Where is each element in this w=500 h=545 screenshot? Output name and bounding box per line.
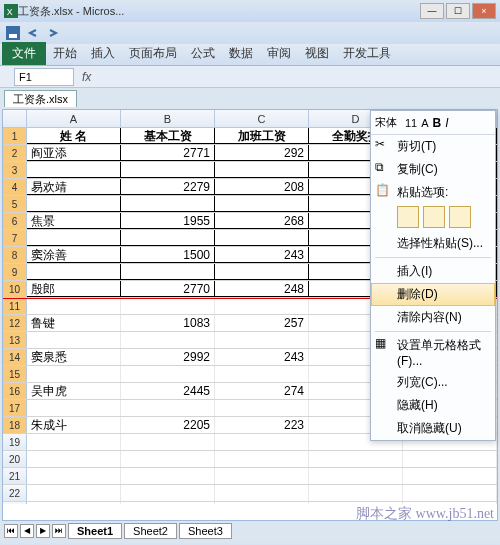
cell[interactable]: [215, 502, 309, 504]
maximize-button[interactable]: ☐: [446, 3, 470, 19]
cell[interactable]: [27, 230, 121, 246]
cell[interactable]: [215, 400, 309, 416]
cell[interactable]: [121, 264, 215, 280]
cell[interactable]: [215, 162, 309, 178]
close-button[interactable]: ×: [472, 3, 496, 19]
tab-home[interactable]: 开始: [46, 42, 84, 65]
menu-delete[interactable]: 删除(D): [371, 283, 495, 306]
cell[interactable]: 阎亚添: [27, 145, 121, 161]
cell[interactable]: [27, 468, 121, 484]
menu-cut[interactable]: ✂剪切(T): [371, 135, 495, 158]
menu-clear[interactable]: 清除内容(N): [371, 306, 495, 329]
cell[interactable]: 加班工资: [215, 128, 309, 144]
cell[interactable]: 223: [215, 417, 309, 433]
cell[interactable]: [27, 366, 121, 382]
row-header[interactable]: 22: [3, 485, 27, 501]
row-header[interactable]: 1: [3, 128, 27, 144]
undo-icon[interactable]: [26, 26, 40, 40]
menu-unhide[interactable]: 取消隐藏(U): [371, 417, 495, 440]
cell[interactable]: [215, 264, 309, 280]
row-header[interactable]: 6: [3, 213, 27, 229]
cell[interactable]: 基本工资: [121, 128, 215, 144]
row-header[interactable]: 3: [3, 162, 27, 178]
bold-icon[interactable]: B: [433, 116, 442, 130]
cell[interactable]: 268: [215, 213, 309, 229]
sheet-nav-next[interactable]: ▶: [36, 524, 50, 538]
cell[interactable]: 243: [215, 349, 309, 365]
cell[interactable]: 1955: [121, 213, 215, 229]
cell[interactable]: 248: [215, 281, 309, 297]
menu-copy[interactable]: ⧉复制(C): [371, 158, 495, 181]
cell[interactable]: [121, 400, 215, 416]
cell[interactable]: [121, 196, 215, 212]
font-name[interactable]: 宋体: [375, 115, 397, 130]
cell[interactable]: 274: [215, 383, 309, 399]
save-icon[interactable]: [6, 26, 20, 40]
cell[interactable]: 2279: [121, 179, 215, 195]
cell[interactable]: 吴申虎: [27, 383, 121, 399]
cell[interactable]: [403, 502, 497, 504]
cell[interactable]: [27, 264, 121, 280]
cell[interactable]: [309, 485, 403, 501]
cell[interactable]: [121, 298, 215, 314]
cell[interactable]: [403, 451, 497, 467]
fx-icon[interactable]: fx: [82, 70, 91, 84]
row-header[interactable]: 13: [3, 332, 27, 348]
cell[interactable]: 窦涂善: [27, 247, 121, 263]
cell[interactable]: [27, 502, 121, 504]
cell[interactable]: 208: [215, 179, 309, 195]
row-header[interactable]: 15: [3, 366, 27, 382]
cell[interactable]: 窦泉悉: [27, 349, 121, 365]
tab-insert[interactable]: 插入: [84, 42, 122, 65]
cell[interactable]: [27, 451, 121, 467]
tab-view[interactable]: 视图: [298, 42, 336, 65]
row-header[interactable]: 16: [3, 383, 27, 399]
row-header[interactable]: 23: [3, 502, 27, 504]
row-header[interactable]: 21: [3, 468, 27, 484]
col-header-c[interactable]: C: [215, 110, 309, 127]
row-header[interactable]: 10: [3, 281, 27, 297]
cell[interactable]: [27, 485, 121, 501]
tab-dev[interactable]: 开发工具: [336, 42, 398, 65]
cell[interactable]: [403, 485, 497, 501]
cell[interactable]: 姓 名: [27, 128, 121, 144]
cell[interactable]: 292: [215, 145, 309, 161]
cell[interactable]: [27, 332, 121, 348]
cell[interactable]: [215, 366, 309, 382]
cell[interactable]: [309, 451, 403, 467]
menu-insert[interactable]: 插入(I): [371, 260, 495, 283]
sheet-nav-last[interactable]: ⏭: [52, 524, 66, 538]
cell[interactable]: [27, 162, 121, 178]
cell[interactable]: 2992: [121, 349, 215, 365]
cell[interactable]: [121, 162, 215, 178]
row-header[interactable]: 12: [3, 315, 27, 331]
row-header[interactable]: 7: [3, 230, 27, 246]
cell[interactable]: [121, 468, 215, 484]
menu-hide[interactable]: 隐藏(H): [371, 394, 495, 417]
cell[interactable]: [215, 298, 309, 314]
row-header[interactable]: 18: [3, 417, 27, 433]
cell[interactable]: 殷郎: [27, 281, 121, 297]
row-header[interactable]: 2: [3, 145, 27, 161]
row-header[interactable]: 17: [3, 400, 27, 416]
cell[interactable]: [215, 485, 309, 501]
cell[interactable]: 2771: [121, 145, 215, 161]
tab-formula[interactable]: 公式: [184, 42, 222, 65]
row-header[interactable]: 8: [3, 247, 27, 263]
font-grow-icon[interactable]: A: [421, 117, 428, 129]
cell[interactable]: [121, 485, 215, 501]
cell[interactable]: [27, 196, 121, 212]
cell[interactable]: [215, 468, 309, 484]
sheet-tab-3[interactable]: Sheet3: [179, 523, 232, 539]
cell[interactable]: 1500: [121, 247, 215, 263]
cell[interactable]: [121, 502, 215, 504]
file-tab[interactable]: 文件: [2, 42, 46, 65]
tab-review[interactable]: 审阅: [260, 42, 298, 65]
cell[interactable]: 257: [215, 315, 309, 331]
col-header-b[interactable]: B: [121, 110, 215, 127]
menu-paste-special[interactable]: 选择性粘贴(S)...: [371, 232, 495, 255]
cell[interactable]: [309, 502, 403, 504]
cell[interactable]: 243: [215, 247, 309, 263]
tab-data[interactable]: 数据: [222, 42, 260, 65]
cell[interactable]: [403, 468, 497, 484]
